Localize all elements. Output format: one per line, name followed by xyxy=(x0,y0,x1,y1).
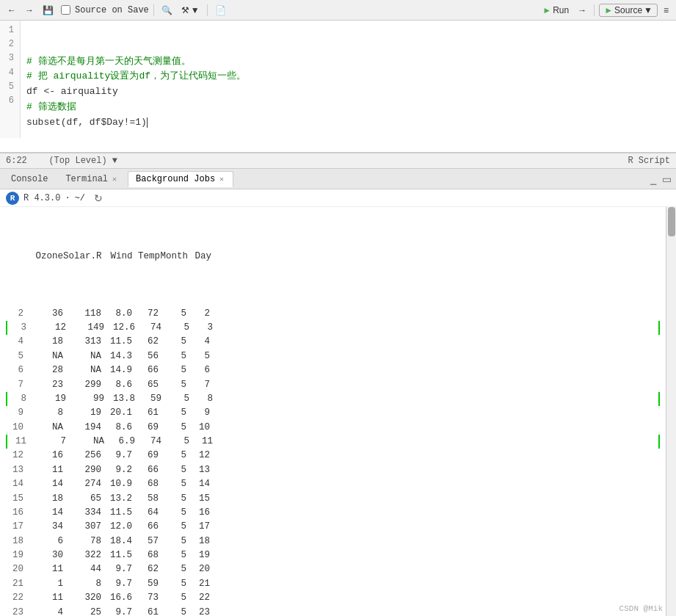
table-row: 117NA6.974511 xyxy=(6,435,660,449)
cell: 16.6 xyxy=(101,591,132,605)
source-on-save-checkbox[interactable] xyxy=(61,5,70,15)
cell: 14 xyxy=(29,506,63,520)
row-number: 12 xyxy=(6,449,29,463)
cell: 23 xyxy=(29,378,63,392)
next-chunk-btn[interactable]: → xyxy=(575,4,589,16)
cell: 17 xyxy=(186,520,210,534)
source-dropdown-icon: ▼ xyxy=(644,5,653,15)
tab-background-jobs[interactable]: Background Jobs ✕ xyxy=(128,171,233,187)
cell: NA xyxy=(66,435,104,449)
tab-terminal-close[interactable]: ✕ xyxy=(111,175,118,184)
cell: 8.0 xyxy=(101,307,132,321)
code-area[interactable]: # 筛选不是每月第一天的天气测量值。 # 把 airquality设置为df，为… xyxy=(21,21,676,138)
data-table-wrapper[interactable]: OzoneSolar.R Wind TempMonth Day 2361188.… xyxy=(0,207,666,616)
row-data: 1214912.67453 xyxy=(32,321,213,335)
cell: 5 xyxy=(159,492,186,506)
cell: 9.7 xyxy=(101,449,132,463)
table-row: 2361188.07252 xyxy=(6,307,660,321)
cell: 11 xyxy=(29,591,63,605)
cell: 11 xyxy=(29,562,63,576)
line-num-1: 1 xyxy=(3,23,14,37)
cell: 12 xyxy=(186,449,210,463)
run-btn[interactable]: ► Run xyxy=(539,4,572,16)
table-row: 10NA1948.669510 xyxy=(6,421,660,435)
cell: 65 xyxy=(63,492,101,506)
table-row: 173430712.066517 xyxy=(6,520,660,534)
cell: 13.8 xyxy=(104,392,135,406)
source-label: Source xyxy=(614,5,642,15)
cell: 74 xyxy=(135,321,161,335)
cell: 1 xyxy=(29,577,63,591)
search-btn[interactable]: 🔍 xyxy=(159,4,175,16)
data-area: OzoneSolar.R Wind TempMonth Day 2361188.… xyxy=(0,207,676,616)
row-number: 23 xyxy=(6,606,29,617)
tools-btn[interactable]: ⚒ ▼ xyxy=(178,4,203,16)
save-btn[interactable]: 💾 xyxy=(40,4,57,16)
cell: 5 xyxy=(159,349,186,363)
cell: 11.5 xyxy=(101,506,132,520)
file-type: R Script xyxy=(628,156,670,166)
cell: 59 xyxy=(135,392,161,406)
cell: 5 xyxy=(161,435,189,449)
row-number: 21 xyxy=(6,577,29,591)
cell: NA xyxy=(63,349,101,363)
console-panel: Console Terminal ✕ Background Jobs ✕ ⎯ ▭… xyxy=(0,169,676,616)
tab-console[interactable]: Console xyxy=(3,171,56,187)
cell: 12 xyxy=(32,321,66,335)
cell: 20 xyxy=(186,562,210,576)
tab-terminal[interactable]: Terminal ✕ xyxy=(57,171,126,187)
line-num-6: 6 xyxy=(3,94,14,108)
cell: 5 xyxy=(159,606,186,617)
menu-btn[interactable]: ≡ xyxy=(661,4,672,16)
scrollbar-thumb[interactable] xyxy=(668,207,675,236)
row-number: 11 xyxy=(9,435,32,449)
cell: 7 xyxy=(32,435,66,449)
maximize-btn[interactable]: ▭ xyxy=(661,173,673,185)
cell: 18 xyxy=(29,492,63,506)
table-row: 2011449.762520 xyxy=(6,562,660,576)
cell: 307 xyxy=(63,520,101,534)
cell: 74 xyxy=(135,435,161,449)
refresh-btn[interactable]: ↻ xyxy=(92,192,104,204)
cell: 2 xyxy=(186,307,210,321)
row-data: 162569.769512 xyxy=(29,449,210,463)
cell: 8 xyxy=(29,406,63,420)
table-row: 8199913.85958 xyxy=(6,392,660,406)
row-number: 2 xyxy=(6,307,29,321)
cell: 65 xyxy=(132,378,159,392)
cell: 11 xyxy=(29,463,63,477)
cell: 36 xyxy=(29,307,63,321)
row-data: 1132016.673522 xyxy=(29,591,210,605)
tab-controls: ⎯ ▭ xyxy=(649,173,673,185)
cell: 5 xyxy=(159,307,186,321)
row-number: 17 xyxy=(6,520,29,534)
cell: 20.1 xyxy=(101,406,132,420)
cell: 57 xyxy=(132,535,159,548)
data-table: OzoneSolar.R Wind TempMonth Day 2361188.… xyxy=(6,207,660,616)
row-data: 4259.761523 xyxy=(29,606,210,617)
back-btn[interactable]: ← xyxy=(4,4,19,16)
tab-background-jobs-close[interactable]: ✕ xyxy=(218,175,225,184)
table-row: 7232998.66557 xyxy=(6,378,660,392)
menu-icon: ≡ xyxy=(664,5,669,15)
top-level: (Top Level) ▼ xyxy=(33,156,117,166)
scrollbar-track[interactable] xyxy=(666,207,676,616)
cell: 72 xyxy=(132,307,159,321)
cell: 5 xyxy=(159,548,186,562)
row-number: 10 xyxy=(6,421,29,435)
source-btn[interactable]: ► Source ▼ xyxy=(599,4,658,17)
compile-btn[interactable]: 📄 xyxy=(212,4,229,16)
cell: 12.0 xyxy=(101,520,132,534)
cell: 14.3 xyxy=(101,349,132,363)
cell: 25 xyxy=(63,606,101,617)
cell: 61 xyxy=(132,606,159,617)
minimize-btn[interactable]: ⎯ xyxy=(649,173,658,185)
cell: 11.5 xyxy=(101,335,132,349)
cell: 34 xyxy=(29,520,63,534)
forward-btn[interactable]: → xyxy=(22,4,37,16)
separator-2 xyxy=(207,4,208,16)
code-line-6: subset(df, df$Day!=1) xyxy=(26,117,148,128)
cell: 290 xyxy=(63,463,101,477)
source-on-save-label: Source on Save xyxy=(75,5,149,15)
cell: 14.9 xyxy=(101,363,132,377)
